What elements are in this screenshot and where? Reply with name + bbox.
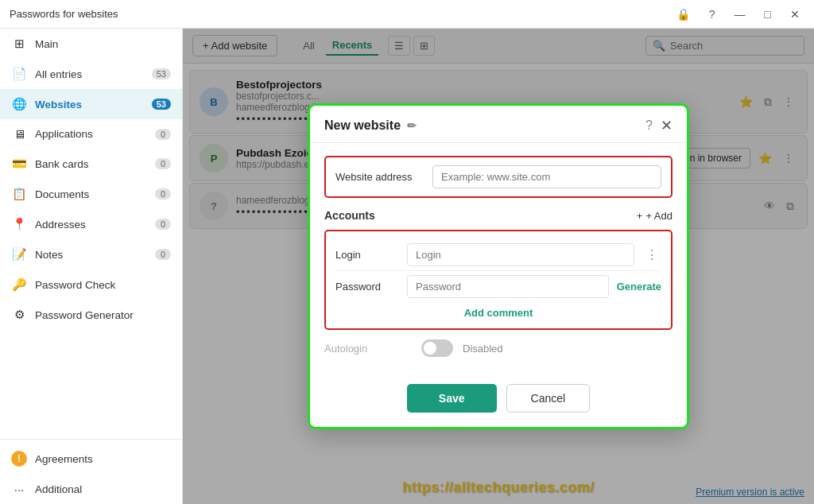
sidebar-item-label: Bank cards: [35, 158, 147, 170]
edit-icon[interactable]: ✏: [407, 119, 417, 132]
password-label: Password: [335, 281, 399, 293]
notes-icon: 📝: [11, 247, 27, 262]
dialog-footer: Save Cancel: [310, 373, 687, 427]
dialog-help-button[interactable]: ?: [645, 118, 653, 133]
autologin-label: Autologin: [324, 343, 412, 355]
sidebar-item-password-generator[interactable]: ⚙ Password Generator: [0, 300, 182, 330]
sidebar-item-all-entries[interactable]: 📄 All entries 53: [0, 59, 182, 89]
title-bar: Passwords for websites 🔒 ? — □ ✕: [0, 0, 814, 29]
sidebar-item-label: Applications: [35, 128, 147, 140]
additional-icon: ···: [11, 483, 27, 496]
password-check-icon: 🔑: [11, 277, 27, 292]
bank-cards-icon: 💳: [11, 157, 27, 171]
sidebar: ⊞ Main 📄 All entries 53 🌐 Websites 53 🖥 …: [0, 29, 183, 504]
password-input[interactable]: [407, 275, 609, 298]
documents-count: 0: [155, 188, 171, 200]
bank-cards-count: 0: [155, 158, 171, 169]
sidebar-item-bank-cards[interactable]: 💳 Bank cards 0: [0, 149, 182, 179]
dialog-header-actions: ? ✕: [645, 117, 673, 134]
website-address-row: Website address: [324, 156, 673, 198]
agreements-label: Agreements: [35, 453, 93, 465]
main-icon: ⊞: [11, 37, 27, 51]
sidebar-item-agreements[interactable]: ! Agreements: [0, 443, 182, 475]
add-comment-button[interactable]: Add comment: [335, 302, 661, 320]
autologin-status: Disabled: [463, 343, 503, 355]
close-button[interactable]: ✕: [785, 6, 804, 22]
websites-icon: 🌐: [11, 97, 27, 111]
sidebar-item-label: Websites: [35, 99, 144, 110]
notes-count: 0: [155, 249, 171, 260]
agreements-alert-icon: !: [11, 451, 27, 467]
plus-icon: +: [637, 210, 643, 222]
content-area: + Add website All Recents ☰ ⊞ 🔍 B: [183, 29, 814, 504]
save-button[interactable]: Save: [407, 384, 497, 413]
dialog-close-button[interactable]: ✕: [661, 117, 673, 134]
website-address-label: Website address: [335, 171, 423, 183]
all-entries-icon: 📄: [11, 67, 27, 81]
sidebar-item-password-check[interactable]: 🔑 Password Check: [0, 269, 182, 300]
sidebar-item-applications[interactable]: 🖥 Applications 0: [0, 119, 182, 149]
documents-icon: 📋: [11, 187, 27, 201]
addresses-count: 0: [155, 219, 171, 230]
app-body: ⊞ Main 📄 All entries 53 🌐 Websites 53 🖥 …: [0, 29, 814, 504]
minimize-button[interactable]: —: [730, 6, 750, 22]
login-input[interactable]: [407, 243, 634, 266]
dialog-overlay: New website ✏ ? ✕ Website address: [183, 29, 814, 504]
sidebar-item-label: Addresses: [35, 219, 147, 231]
accounts-section: Accounts + + Add Login ⋮: [324, 209, 673, 330]
sidebar-item-label: All entries: [35, 68, 144, 80]
dialog-body: Website address Accounts + + Add: [310, 143, 687, 373]
sidebar-item-label: Notes: [35, 249, 147, 261]
add-account-label: + Add: [645, 210, 673, 222]
lock-button[interactable]: 🔒: [672, 6, 695, 22]
sidebar-item-websites[interactable]: 🌐 Websites 53: [0, 89, 182, 119]
account-form: Login ⋮ Password Generate Add comment: [324, 230, 673, 330]
sidebar-item-label: Documents: [35, 188, 147, 200]
sidebar-item-label: Additional: [35, 483, 171, 495]
websites-count: 53: [152, 99, 171, 110]
account-menu-button[interactable]: ⋮: [642, 247, 661, 262]
all-entries-count: 53: [152, 68, 171, 79]
sidebar-item-additional[interactable]: ··· Additional: [0, 475, 182, 504]
dialog-header: New website ✏ ? ✕: [310, 106, 687, 143]
title-controls: 🔒 ? — □ ✕: [672, 6, 804, 22]
add-account-button[interactable]: + + Add: [637, 210, 673, 222]
sidebar-item-label: Password Check: [35, 279, 171, 291]
password-row: Password Generate: [335, 270, 661, 302]
help-button[interactable]: ?: [704, 6, 720, 22]
maximize-button[interactable]: □: [760, 6, 776, 22]
sidebar-divider: [0, 439, 182, 440]
sidebar-item-addresses[interactable]: 📍 Addresses 0: [0, 209, 182, 239]
new-website-dialog: New website ✏ ? ✕ Website address: [308, 103, 689, 429]
sidebar-item-notes[interactable]: 📝 Notes 0: [0, 239, 182, 269]
autologin-toggle[interactable]: [421, 339, 453, 357]
login-row: Login ⋮: [335, 239, 661, 270]
login-label: Login: [335, 249, 399, 261]
addresses-icon: 📍: [11, 217, 27, 231]
sidebar-item-label: Password Generator: [35, 309, 171, 321]
password-generator-icon: ⚙: [11, 308, 27, 322]
accounts-label: Accounts: [324, 209, 375, 222]
dialog-title: New website ✏: [324, 118, 417, 133]
website-address-input[interactable]: [432, 165, 661, 188]
applications-icon: 🖥: [11, 127, 27, 141]
sidebar-item-label: Main: [35, 38, 171, 50]
toggle-slider: [421, 339, 453, 357]
title-bar-left: Passwords for websites: [10, 8, 118, 20]
sidebar-item-main[interactable]: ⊞ Main: [0, 29, 182, 59]
sidebar-item-documents[interactable]: 📋 Documents 0: [0, 179, 182, 209]
applications-count: 0: [155, 129, 171, 140]
window-title: Passwords for websites: [10, 8, 118, 20]
autologin-row: Autologin Disabled: [324, 330, 673, 360]
accounts-header: Accounts + + Add: [324, 209, 673, 222]
cancel-button[interactable]: Cancel: [506, 384, 591, 413]
dialog-title-text: New website: [324, 118, 401, 133]
generate-button[interactable]: Generate: [617, 281, 661, 293]
